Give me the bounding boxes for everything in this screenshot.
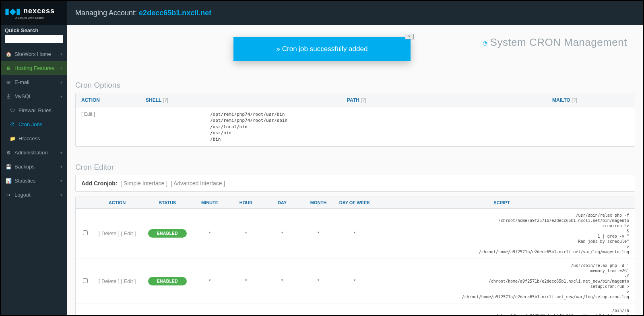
advanced-interface-link[interactable]: [ Advanced Interface ] xyxy=(171,180,225,187)
statistics-icon: 📊 xyxy=(6,178,11,184)
mysql-icon: 🗄 xyxy=(6,94,11,99)
row-checkbox[interactable] xyxy=(83,278,88,283)
sidebar-item-label: Firewall Rules xyxy=(19,107,52,113)
e-mail-icon: ✉ xyxy=(6,80,11,85)
delete-link[interactable]: [ Delete ] xyxy=(99,230,120,236)
managing-account: Managing Account: e2decc65b1.nxcli.net xyxy=(67,9,211,17)
cron-jobs-icon: ⏱ xyxy=(10,122,15,127)
delete-link[interactable]: [ Delete ] xyxy=(99,278,120,284)
htaccess-icon: 📁 xyxy=(10,136,15,142)
sidebar-item-hosting-features[interactable]: 🖥Hosting Features▾ xyxy=(1,61,67,75)
sidebar-item-backups[interactable]: 💾Backups▾ xyxy=(1,160,67,174)
col-dow[interactable]: DAY OF WEEK xyxy=(336,200,373,205)
col-action[interactable]: ACTION xyxy=(91,200,143,205)
cron-editor-title: Cron Editor xyxy=(67,147,643,175)
hosting-features-icon: 🖥 xyxy=(6,66,11,71)
help-icon[interactable]: [?] xyxy=(361,97,366,103)
cell-hour: * xyxy=(228,231,264,236)
sidebar-item-cron-jobs[interactable]: ⏱Cron Jobs xyxy=(1,117,67,131)
logo-brand: nexcess xyxy=(23,7,55,15)
help-icon[interactable]: [?] xyxy=(163,97,168,103)
chevron-down-icon: ▾ xyxy=(60,52,62,56)
edit-link[interactable]: [ Edit ] xyxy=(121,230,136,236)
sidebar: Quick Search 🏠SiteWorx Home▾🖥Hosting Fea… xyxy=(1,25,67,315)
toast-message: » Cron job successfully added xyxy=(277,45,368,53)
close-icon[interactable]: × xyxy=(405,34,414,39)
sidebar-item-logout[interactable]: ↪Logout▾ xyxy=(1,188,67,202)
sidebar-item-label: Cron Jobs xyxy=(19,121,42,127)
logo[interactable]: ▮◆▮nexcess A Liquid Web Brand xyxy=(1,1,67,25)
chevron-down-icon: ▾ xyxy=(60,151,62,155)
cron-jobs-table: ACTION STATUS MINUTE HOUR DAY MONTH DAY … xyxy=(75,197,635,315)
table-row: [ Delete ] [ Edit ]ENABLED*****/usr/sbin… xyxy=(76,259,635,304)
backups-icon: 💾 xyxy=(6,164,11,170)
help-icon[interactable]: [?] xyxy=(572,97,577,103)
chevron-down-icon: ▾ xyxy=(60,179,62,183)
chevron-down-icon: ▾ xyxy=(60,80,62,84)
cell-day: * xyxy=(264,231,300,236)
cell-hour: * xyxy=(228,278,264,284)
cell-script: /usr/sbin/relax php -d ' memory_limit=2G… xyxy=(373,263,631,300)
quick-search-input[interactable] xyxy=(5,35,63,43)
sidebar-item-mysql[interactable]: 🗄MySQL▾ xyxy=(1,89,67,103)
status-badge[interactable]: ENABLED xyxy=(148,229,187,238)
sidebar-item-label: MySQL xyxy=(14,93,32,99)
col-shell: SHELL xyxy=(146,97,161,103)
row-checkbox[interactable] xyxy=(83,230,88,235)
topbar: ▮◆▮nexcess A Liquid Web Brand Managing A… xyxy=(1,1,643,25)
table-row: [ Delete ] [ Edit ]ENABLED*/5****/bin/sh… xyxy=(76,304,635,315)
col-action: ACTION xyxy=(81,97,146,103)
chevron-down-icon: ▾ xyxy=(60,94,62,98)
sidebar-item-label: Backups xyxy=(14,164,35,170)
chevron-down-icon: ▾ xyxy=(60,165,62,169)
page-title: System CRON Management xyxy=(490,36,627,48)
logo-tagline: A Liquid Web Brand xyxy=(5,16,67,20)
siteworx-home-icon: 🏠 xyxy=(6,51,11,57)
sidebar-item-label: Hosting Features xyxy=(14,65,54,71)
cell-dow: * xyxy=(336,231,373,236)
chevron-down-icon: ▾ xyxy=(60,193,62,197)
col-month[interactable]: MONTH xyxy=(300,200,336,205)
add-cronjob-label: Add Cronjob: xyxy=(81,180,117,187)
sidebar-item-administration[interactable]: ⚙Administration▾ xyxy=(1,146,67,160)
status-badge[interactable]: ENABLED xyxy=(148,277,187,285)
clock-icon: ◔ xyxy=(483,40,488,46)
col-status[interactable]: STATUS xyxy=(143,200,192,205)
logout-icon: ↪ xyxy=(6,192,11,198)
col-mailto: MAILTO xyxy=(552,97,570,103)
col-day[interactable]: DAY xyxy=(264,200,300,205)
sidebar-item-label: Administration xyxy=(14,150,47,156)
cron-editor-panel: Add Cronjob: [ Simple Interface ] [ Adva… xyxy=(75,175,635,192)
col-minute[interactable]: MINUTE xyxy=(192,200,228,205)
shell-paths: /opt/remi/php74/root/usr/bin /opt/remi/p… xyxy=(146,111,347,142)
cell-month: * xyxy=(300,231,336,236)
cell-month: * xyxy=(300,278,336,284)
sidebar-item-e-mail[interactable]: ✉E-mail▾ xyxy=(1,75,67,89)
cell-script: /bin/sh /chroot/home/a9f2571b/cab043e257… xyxy=(373,308,631,315)
sidebar-item-htaccess[interactable]: 📁Htaccess xyxy=(1,131,67,146)
col-hour[interactable]: HOUR xyxy=(228,200,264,205)
cell-day: * xyxy=(264,278,300,284)
sidebar-item-label: E-mail xyxy=(14,79,29,85)
firewall-rules-icon: 🛡 xyxy=(10,108,15,113)
sidebar-item-label: Logout xyxy=(14,192,31,198)
cell-script: /usr/sbin/relax php -f /chroot/home/a9f2… xyxy=(373,213,631,254)
cell-minute: * xyxy=(192,231,228,236)
account-name[interactable]: e2decc65b1.nxcli.net xyxy=(139,9,211,17)
chevron-down-icon: ▾ xyxy=(60,66,62,70)
edit-options-link[interactable]: [ Edit ] xyxy=(81,111,146,142)
edit-link[interactable]: [ Edit ] xyxy=(121,278,136,284)
simple-interface-link[interactable]: [ Simple Interface ] xyxy=(120,180,167,187)
sidebar-item-firewall-rules[interactable]: 🛡Firewall Rules xyxy=(1,103,67,117)
col-path: PATH xyxy=(347,97,359,103)
cell-minute: * xyxy=(192,278,228,284)
table-row: [ Delete ] [ Edit ]ENABLED*****/usr/sbin… xyxy=(76,209,635,259)
main-content: ◔System CRON Management Cron Options ACT… xyxy=(67,25,643,315)
col-script[interactable]: SCRIPT xyxy=(373,200,631,205)
sidebar-item-statistics[interactable]: 📊Statistics▾ xyxy=(1,174,67,188)
sidebar-item-siteworx-home[interactable]: 🏠SiteWorx Home▾ xyxy=(1,47,67,61)
sidebar-item-label: SiteWorx Home xyxy=(14,51,51,57)
cell-dow: * xyxy=(336,278,373,284)
success-toast: × » Cron job successfully added xyxy=(233,37,411,61)
quick-search-label: Quick Search xyxy=(1,25,67,35)
